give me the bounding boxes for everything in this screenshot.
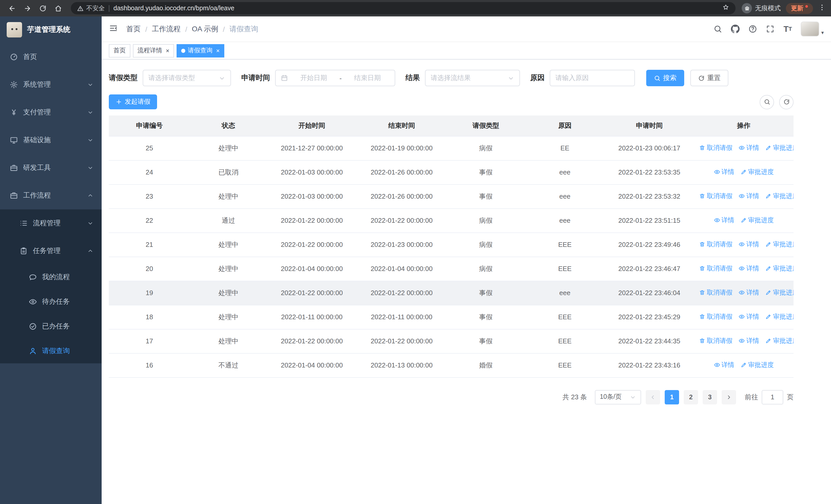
detail-link[interactable]: 详情: [739, 240, 759, 249]
reload-button[interactable]: [36, 2, 49, 15]
sidebar-item[interactable]: 研发工具: [0, 154, 102, 182]
forward-button[interactable]: [21, 2, 34, 15]
sidebar-item[interactable]: 首页: [0, 43, 102, 71]
bookmark-star-icon[interactable]: [722, 4, 729, 13]
breadcrumb-item[interactable]: OA 示例: [192, 24, 219, 34]
tab[interactable]: 请假查询×: [177, 44, 224, 57]
sidebar-item[interactable]: 系统管理: [0, 71, 102, 98]
cancel-leave-link[interactable]: 取消请假: [699, 313, 733, 321]
progress-link[interactable]: 审批进度: [765, 337, 794, 346]
cancel-leave-link[interactable]: 取消请假: [699, 337, 733, 346]
progress-link[interactable]: 审批进度: [765, 144, 794, 152]
progress-link[interactable]: 审批进度: [765, 192, 794, 201]
breadcrumb: 首页/工作流程/OA 示例/请假查询: [126, 24, 258, 34]
detail-link[interactable]: 详情: [739, 337, 759, 346]
toggle-search-button[interactable]: [760, 95, 774, 109]
chrome-menu-button[interactable]: [818, 4, 826, 13]
date-range-picker[interactable]: 开始日期 - 结束日期: [275, 70, 395, 86]
tab[interactable]: 流程详情×: [133, 44, 174, 57]
main-area: 首页/工作流程/OA 示例/请假查询 TT ▾ 首页流程详情×请假查询×: [102, 17, 831, 504]
table-toolbar: 发起请假: [109, 94, 794, 109]
sidebar-item-label: 支付管理: [23, 108, 82, 117]
address-bar[interactable]: 不安全 dashboard.yudao.iocoder.cn/bpm/oa/le…: [71, 2, 736, 14]
app-logo[interactable]: 芋道管理系统: [0, 17, 102, 43]
tab[interactable]: 首页: [109, 44, 131, 57]
breadcrumb-item[interactable]: 工作流程: [152, 24, 181, 34]
progress-link[interactable]: 审批进度: [765, 313, 794, 321]
sidebar-item[interactable]: 流程管理: [0, 209, 102, 237]
search-button[interactable]: 搜索: [646, 70, 684, 86]
breadcrumb-item[interactable]: 首页: [126, 24, 141, 34]
cancel-leave-link[interactable]: 取消请假: [699, 192, 733, 201]
sidebar-item-label: 基础设施: [23, 136, 82, 145]
forward-icon: [23, 4, 31, 12]
detail-link[interactable]: 详情: [739, 192, 759, 201]
detail-link[interactable]: 详情: [714, 216, 734, 225]
reason-input[interactable]: 请输入原因: [550, 70, 635, 86]
sidebar-item[interactable]: 支付管理: [0, 98, 102, 126]
column-header: 申请时间: [605, 116, 694, 136]
leave-type-select[interactable]: 请选择请假类型: [143, 70, 231, 86]
fullscreen-button[interactable]: [766, 25, 775, 33]
goto-page-input[interactable]: [762, 390, 783, 404]
progress-link[interactable]: 审批进度: [765, 240, 794, 249]
page-button[interactable]: 2: [684, 390, 698, 404]
incognito-icon: [742, 3, 752, 13]
prev-page-button[interactable]: [646, 390, 660, 404]
progress-link[interactable]: 审批进度: [740, 361, 774, 369]
chevron-down-icon: [87, 220, 93, 226]
create-leave-button[interactable]: 发起请假: [109, 94, 157, 109]
end-date-placeholder: 结束日期: [345, 73, 390, 83]
page-button[interactable]: 1: [665, 390, 679, 404]
next-page-button[interactable]: [722, 390, 736, 404]
detail-link[interactable]: 详情: [714, 361, 734, 369]
breadcrumb-item[interactable]: 请假查询: [229, 24, 258, 34]
update-button[interactable]: 更新: [786, 3, 813, 13]
sidebar-item[interactable]: 请假查询: [0, 339, 102, 363]
detail-link[interactable]: 详情: [739, 264, 759, 273]
refresh-table-button[interactable]: [779, 95, 794, 109]
detail-link[interactable]: 详情: [714, 168, 734, 177]
result-select[interactable]: 请选择流结果: [425, 70, 520, 86]
detail-link[interactable]: 详情: [739, 313, 759, 321]
cancel-leave-link[interactable]: 取消请假: [699, 240, 733, 249]
header-search-button[interactable]: [714, 25, 722, 33]
home-button[interactable]: [51, 2, 65, 15]
cancel-leave-link[interactable]: 取消请假: [699, 264, 733, 273]
sidebar-item[interactable]: 我的流程: [0, 265, 102, 290]
cancel-leave-link[interactable]: 取消请假: [699, 289, 733, 297]
logo-avatar-image: [7, 22, 22, 37]
close-tab-icon[interactable]: ×: [166, 48, 169, 54]
font-size-button[interactable]: TT: [783, 25, 792, 33]
github-button[interactable]: [731, 25, 740, 33]
chevron-down-icon: [87, 165, 93, 171]
progress-link[interactable]: 审批进度: [765, 289, 794, 297]
progress-link[interactable]: 审批进度: [765, 264, 794, 273]
cancel-leave-link[interactable]: 取消请假: [699, 144, 733, 152]
close-tab-icon[interactable]: ×: [216, 48, 220, 54]
browser-chrome: 不安全 dashboard.yudao.iocoder.cn/bpm/oa/le…: [0, 0, 831, 17]
user-avatar-menu[interactable]: ▾: [801, 22, 824, 36]
sidebar-item[interactable]: 待办任务: [0, 290, 102, 314]
collapse-sidebar-button[interactable]: [109, 23, 118, 35]
workflow-icon: [10, 191, 18, 200]
gear-icon: [10, 81, 18, 89]
page-size-select[interactable]: 10条/页: [595, 390, 641, 404]
chevron-down-icon: [87, 109, 93, 116]
security-warning[interactable]: 不安全: [77, 4, 105, 12]
column-header: 申请编号: [109, 116, 190, 136]
reset-button[interactable]: 重置: [690, 70, 728, 86]
help-button[interactable]: [749, 25, 757, 33]
sidebar-item[interactable]: 基础设施: [0, 126, 102, 154]
detail-link[interactable]: 详情: [739, 289, 759, 297]
sidebar: 芋道管理系统 首页系统管理支付管理基础设施研发工具工作流程流程管理任务管理我的流…: [0, 17, 102, 504]
progress-link[interactable]: 审批进度: [740, 168, 774, 177]
sidebar-item[interactable]: 任务管理: [0, 237, 102, 265]
sidebar-item[interactable]: 已办任务: [0, 314, 102, 339]
page-button[interactable]: 3: [703, 390, 717, 404]
back-button[interactable]: [5, 2, 19, 15]
sidebar-item[interactable]: 工作流程: [0, 182, 102, 209]
progress-link[interactable]: 审批进度: [740, 216, 774, 225]
incognito-label: 无痕模式: [755, 4, 781, 12]
detail-link[interactable]: 详情: [739, 144, 759, 152]
